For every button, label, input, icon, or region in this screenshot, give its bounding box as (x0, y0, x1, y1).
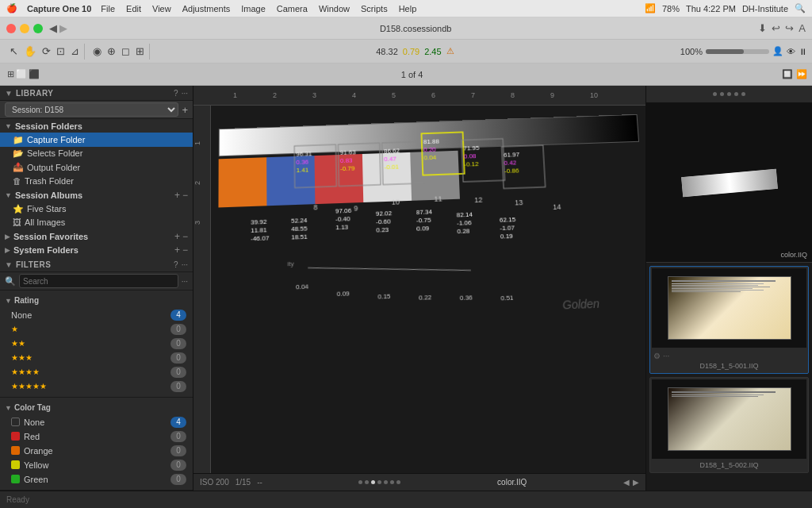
color-tag-group-header[interactable]: ▼ Color Tag (0, 401, 193, 415)
albums-minus-icon[interactable]: − (182, 190, 188, 201)
nav-left-icon[interactable]: ◀ (623, 478, 630, 487)
undo-icon[interactable]: ↩ (772, 22, 780, 34)
thumbnail-filename: color.IIQ (780, 251, 807, 259)
filters-options-icon[interactable]: ··· (182, 260, 188, 269)
nav-forward-icon[interactable]: ▶ (59, 22, 67, 34)
menu-help[interactable]: Help (399, 4, 417, 13)
person-icon[interactable]: 👤 (772, 46, 783, 56)
search-input[interactable] (19, 274, 178, 288)
capture-folder-item[interactable]: 📁 Capture Folder (0, 133, 193, 146)
import-icon[interactable]: ⬇ (758, 22, 767, 34)
rating-group-header[interactable]: ▼ Rating (0, 294, 193, 308)
favorites-add-icon[interactable]: + (174, 231, 180, 242)
menu-view[interactable]: View (152, 4, 171, 13)
spot-tool[interactable]: ⊕ (105, 44, 117, 58)
menu-file[interactable]: File (101, 4, 115, 13)
rating-4star-row[interactable]: ★★★★ 0 (0, 365, 193, 379)
all-images-item[interactable]: 🖼 All Images (0, 216, 193, 229)
svg-text:0.83: 0.83 (340, 156, 353, 164)
filmstrip[interactable]: ⚙ ··· D158_1_5-001.IIQ (646, 263, 812, 491)
system-add-icon[interactable]: + (174, 244, 180, 256)
rating-3star-row[interactable]: ★★★ 0 (0, 351, 193, 365)
close-button[interactable] (6, 24, 16, 33)
film-item-1[interactable]: ⚙ ··· D158_1_5-001.IIQ (649, 266, 809, 374)
film-item-1-gear-icon[interactable]: ⚙ (653, 352, 661, 360)
svg-text:10: 10 (392, 198, 400, 206)
apple-menu[interactable]: 🍎 (6, 3, 17, 13)
redo-icon[interactable]: ↪ (785, 22, 794, 34)
session-albums-header[interactable]: ▼ Session Albums + − (0, 188, 193, 202)
svg-text:6: 6 (431, 91, 435, 99)
viewer-filename-label: color.IIQ (497, 478, 527, 487)
albums-add-icon[interactable]: + (174, 190, 180, 201)
grid-view-icon[interactable]: ⊞ (7, 69, 14, 79)
fullscreen-button[interactable] (33, 24, 43, 33)
color-none-row[interactable]: None 4 (0, 415, 193, 429)
text-icon[interactable]: A (799, 22, 806, 34)
vdot-1 (713, 92, 717, 96)
library-collapse-icon[interactable]: ▼ (5, 89, 13, 98)
rating-none-row[interactable]: None 4 (0, 308, 193, 322)
menu-window[interactable]: Window (319, 4, 350, 13)
color-red-count: 0 (170, 431, 186, 442)
rating-1star-row[interactable]: ★ 0 (0, 322, 193, 337)
pan-tool[interactable]: ✋ (22, 44, 38, 58)
film-item-1-options-icon[interactable]: ··· (663, 352, 669, 360)
filters-help-icon[interactable]: ? (174, 260, 178, 269)
output-folder-item[interactable]: 📤 Output Folder (0, 160, 193, 174)
search-menu-icon[interactable]: 🔍 (795, 3, 806, 13)
film-thumb-1 (652, 268, 806, 348)
system-folders-header[interactable]: ▶ System Folders + − (0, 244, 193, 257)
favorites-minus-icon[interactable]: − (182, 231, 188, 242)
session-folders-header[interactable]: ▼ Session Folders (0, 119, 193, 133)
rating-2star-row[interactable]: ★★ 0 (0, 337, 193, 351)
library-help-icon[interactable]: ? (174, 89, 178, 98)
compare-view-icon[interactable]: ⬛ (29, 69, 40, 79)
svg-text:-1.07: -1.07 (500, 224, 515, 232)
straighten-tool[interactable]: ⊿ (69, 44, 81, 58)
color-green-row[interactable]: Green 0 (0, 472, 193, 487)
dot-4 (377, 480, 381, 484)
svg-text:Golden: Golden (562, 297, 600, 312)
color-yellow-row[interactable]: Yellow 0 (0, 458, 193, 472)
menu-camera[interactable]: Camera (277, 4, 308, 13)
menu-scripts[interactable]: Scripts (361, 4, 388, 13)
trash-folder-item[interactable]: 🗑 Trash Folder (0, 175, 193, 188)
clone-tool[interactable]: ⊞ (134, 44, 146, 58)
session-selector[interactable]: Session: D158 (5, 102, 178, 117)
split-icon[interactable]: ⏩ (796, 69, 807, 79)
color-red-row[interactable]: Red 0 (0, 429, 193, 444)
nav-right-icon[interactable]: ▶ (633, 478, 639, 487)
film-item-2[interactable]: D158_1_5-002.IIQ (649, 377, 809, 473)
viewer-icon[interactable]: 🔲 (782, 69, 793, 79)
session-add-button[interactable]: + (182, 104, 188, 116)
crop-tool[interactable]: ⊡ (55, 44, 67, 58)
mask-tool[interactable]: ◻ (120, 44, 132, 58)
search-clear-icon[interactable]: ··· (182, 277, 188, 286)
single-view-icon[interactable]: ⬜ (16, 69, 27, 79)
menu-image[interactable]: Image (241, 4, 266, 13)
svg-text:0.23: 0.23 (376, 226, 389, 234)
rating-5star-row[interactable]: ★★★★★ 0 (0, 379, 193, 394)
filters-collapse-icon[interactable]: ▼ (5, 260, 13, 269)
color-orange-row[interactable]: Orange 0 (0, 444, 193, 458)
color-none-checkbox[interactable] (11, 418, 20, 426)
minimize-button[interactable] (20, 24, 29, 33)
nav-back-icon[interactable]: ◀ (49, 22, 57, 34)
menu-adjustments[interactable]: Adjustments (182, 4, 231, 13)
selects-folder-item[interactable]: 📂 Selects Folder (0, 147, 193, 160)
select-tool[interactable]: ↖ (8, 44, 20, 58)
session-bar: Session: D158 + (0, 101, 193, 119)
menu-edit[interactable]: Edit (126, 4, 141, 13)
color-tool[interactable]: ◉ (91, 44, 103, 58)
eye-icon[interactable]: 👁 (787, 47, 795, 56)
system-minus-icon[interactable]: − (182, 244, 188, 256)
session-favorites-header[interactable]: ▶ Session Favorites + − (0, 229, 193, 243)
rotate-tool[interactable]: ⟳ (40, 44, 52, 58)
svg-text:1.13: 1.13 (335, 223, 349, 231)
five-stars-item[interactable]: ⭐ Five Stars (0, 202, 193, 215)
library-options-icon[interactable]: ··· (182, 89, 188, 98)
rating-3star-count: 0 (170, 352, 186, 364)
toolbar2-right: 🔲 ⏩ (782, 69, 807, 79)
view-options-icon[interactable]: ⏸ (799, 47, 807, 56)
